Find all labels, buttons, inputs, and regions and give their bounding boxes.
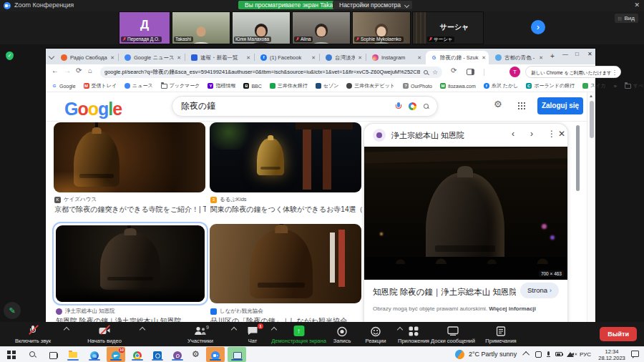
tab-instagram[interactable]: Instagram✕ xyxy=(367,51,424,64)
tab-koto-no-aoiro[interactable]: 古都の青色 - 17...✕ xyxy=(490,51,546,64)
reload-icon[interactable]: ⟳ xyxy=(76,67,82,74)
more-options-icon[interactable]: ⋮ xyxy=(547,129,556,139)
outlook-button[interactable] xyxy=(152,349,163,361)
bookmark-smbc-debit[interactable]: 三井住友デビット xyxy=(346,82,395,89)
bookmark-bbc[interactable]: BBBC xyxy=(243,83,261,89)
notes-button[interactable]: Примечания xyxy=(474,323,528,345)
search-input[interactable]: 除夜の鐘 xyxy=(172,96,438,117)
selected-result-frame[interactable] xyxy=(52,222,208,305)
participant-tile-sasha[interactable]: サーシャ サーシャ xyxy=(412,11,484,44)
start-button[interactable] xyxy=(6,349,17,361)
tab-taiwan-office[interactable]: 台湾淡水出張所✕ xyxy=(321,51,365,64)
bookmark-polish-bank[interactable]: Cポーランドの銀行 xyxy=(526,82,575,89)
reactions-button[interactable]: Реакции xyxy=(357,323,394,345)
close-panel-icon[interactable]: ✕ xyxy=(558,129,565,139)
participant-tile-perepadya[interactable]: Д Перепадя Д.О. xyxy=(119,11,170,44)
participants-button[interactable]: 9 Участники xyxy=(172,323,229,345)
bookmarks-overflow-icon[interactable]: » xyxy=(614,83,617,89)
forward-icon[interactable]: → xyxy=(64,67,71,74)
window-maximize-button[interactable]: □ xyxy=(575,51,579,57)
bookmark-itozawa[interactable]: Mitozawa.com xyxy=(440,83,476,89)
video-options-caret[interactable] xyxy=(140,327,145,333)
sign-in-button[interactable]: Zaloguj się xyxy=(537,97,583,114)
visit-page-button[interactable]: Strona › xyxy=(520,283,559,298)
viber-button[interactable] xyxy=(172,349,183,361)
zoom-page-icon[interactable] xyxy=(424,70,429,75)
bookmark-star-icon[interactable]: ☆ xyxy=(432,69,438,76)
tab-facebook[interactable]: f (1) Facebook✕ xyxy=(255,51,318,64)
result-title[interactable]: 知恩院 除夜の鐘｜浄土宗総本山 知恩院 xyxy=(56,316,208,322)
chrome-button[interactable] xyxy=(132,349,143,361)
view-layout-button[interactable]: Вид xyxy=(615,14,638,23)
tab-close-icon[interactable]: ✕ xyxy=(539,55,543,61)
result-image-chionin-selected[interactable] xyxy=(56,225,205,302)
window-minimize-button[interactable]: — xyxy=(562,51,568,57)
tab-close-icon[interactable]: ✕ xyxy=(417,55,421,61)
bookmark-google[interactable]: GGoogle xyxy=(52,83,76,89)
new-chrome-button[interactable]: 新しい Chrome をご利用いただけます⋮ xyxy=(525,66,621,78)
panel-scrollbar-thumb[interactable] xyxy=(576,125,580,191)
next-participants-button[interactable]: › xyxy=(531,20,545,34)
tab-google-news[interactable]: Google ニュース✕ xyxy=(119,51,184,64)
bookmark-saison[interactable]: セゾン xyxy=(316,82,339,89)
result-image-shinagawa[interactable] xyxy=(210,224,361,303)
profile-avatar[interactable]: T xyxy=(509,67,520,77)
address-bar[interactable]: google.pl/search?q=除夜の鐘&sca_esv=59419924… xyxy=(100,67,442,78)
telegram-button[interactable]: 10 xyxy=(110,349,122,361)
tray-overflow-chevron[interactable] xyxy=(522,351,530,358)
titlebar-close-button[interactable]: ✕ xyxy=(634,1,640,9)
record-button[interactable]: Запись xyxy=(322,323,362,345)
result-source[interactable]: Kケイズハウス xyxy=(54,196,97,203)
tab-close-icon[interactable]: ✕ xyxy=(110,55,114,61)
page-scrollbar[interactable]: ▲ xyxy=(587,92,595,322)
settings-button[interactable]: ⚙ xyxy=(191,349,203,361)
bookmark-folder[interactable]: ブックマーク xyxy=(161,82,200,89)
battery-icon[interactable] xyxy=(555,352,562,356)
bookmark-ourphoto[interactable]: ?OurPhoto xyxy=(403,83,432,89)
google-lens-icon[interactable] xyxy=(409,102,416,110)
view-settings-dropdown[interactable]: Настройки просмотра xyxy=(333,1,412,9)
tab-radio-svoboda[interactable]: Радіо Свобода✕ xyxy=(56,51,117,64)
bookmark-suica[interactable]: スイカ xyxy=(582,82,606,89)
tab-close-icon[interactable]: ✕ xyxy=(177,55,181,61)
all-bookmarks[interactable]: すべてのブックマーク xyxy=(625,82,644,89)
result-source[interactable]: 3るるぶKids xyxy=(210,196,247,203)
side-panel-icon[interactable] xyxy=(467,69,474,75)
google-apps-grid-icon[interactable] xyxy=(517,102,525,109)
screen-share-indicator[interactable] xyxy=(231,349,243,361)
tray-mic-icon[interactable] xyxy=(545,351,552,358)
weather-text[interactable]: 2°C Partly sunny xyxy=(469,351,517,358)
tab-search-chevron-icon[interactable] xyxy=(49,54,54,59)
edge-button[interactable] xyxy=(89,349,100,361)
annotate-pencil-tool[interactable]: ✎ xyxy=(4,302,21,319)
tab-joya-no-kane-active[interactable]: G 除夜の鐘 - Szuk...✕ xyxy=(426,51,489,64)
new-tab-button[interactable]: + xyxy=(550,52,555,60)
task-view-button[interactable] xyxy=(47,349,59,361)
volume-muted-icon[interactable] xyxy=(571,351,579,358)
tray-app-icon[interactable] xyxy=(535,351,542,358)
audio-options-caret[interactable] xyxy=(64,327,69,333)
back-icon[interactable]: ← xyxy=(52,67,59,74)
bookmark-facebook-profile[interactable]: f糸沢 たかし xyxy=(484,82,518,89)
leave-meeting-button[interactable]: Выйти xyxy=(600,327,637,341)
scroll-up-icon[interactable]: ▲ xyxy=(589,94,593,98)
bookmark-inbox[interactable]: M受信トレイ xyxy=(84,82,117,89)
panel-image-title[interactable]: 知恩院 除夜の鐘｜浄土宗総本山 知恩院 xyxy=(373,287,516,298)
result-title[interactable]: 京都で除夜の鐘突きができる寺院をご紹介！| To... xyxy=(54,205,206,215)
action-center-icon[interactable] xyxy=(631,351,639,357)
extensions-icon[interactable]: ⟳ xyxy=(451,67,457,74)
zoom-app-button[interactable] xyxy=(210,349,221,361)
result-source[interactable]: しながわ観光協会 xyxy=(210,308,263,315)
result-title[interactable]: 品川区の「除夜の鐘」｜しながわ観光協会 xyxy=(210,316,362,322)
participant-tile-yulia[interactable]: Юлія Малахова xyxy=(232,11,291,44)
tab-close-icon[interactable]: ✕ xyxy=(482,55,486,61)
bookmark-news[interactable]: ニュース xyxy=(125,82,153,89)
unmute-button[interactable]: Включить звук xyxy=(4,323,62,345)
participant-tile-alina[interactable]: Alina xyxy=(292,11,351,44)
chrome-menu-icon[interactable]: ⋮ xyxy=(612,67,618,79)
participant-tile-takashi[interactable]: Takashi xyxy=(172,11,230,44)
result-image-keizu-house[interactable] xyxy=(54,122,205,192)
google-logo[interactable]: Google xyxy=(64,99,122,119)
settings-gear-icon[interactable]: ⚙ xyxy=(494,99,502,109)
weather-icon[interactable] xyxy=(453,348,466,361)
